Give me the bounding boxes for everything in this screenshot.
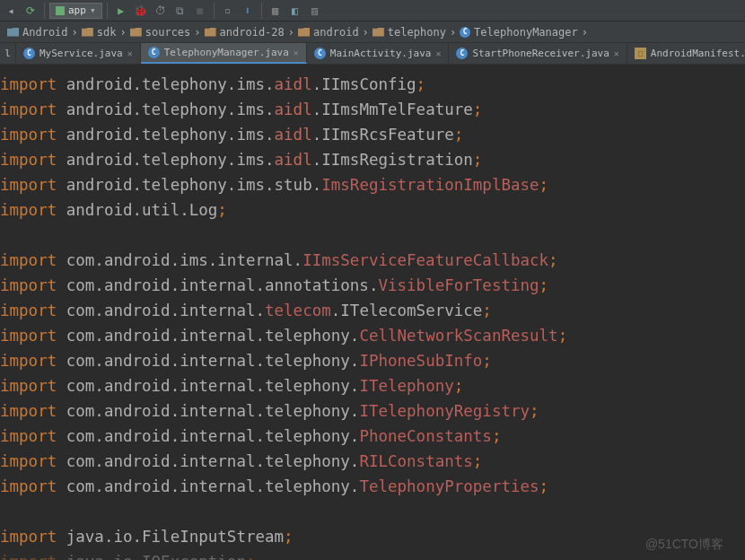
run-configuration-dropdown[interactable]: app ▾	[49, 3, 102, 19]
keyword: import	[0, 126, 57, 144]
tab-label: MyService.java	[39, 48, 123, 59]
code-line: import java.io.FileInputStream;	[0, 524, 745, 549]
code-editor[interactable]: import android.telephony.ims.aidl.IImsCo…	[0, 65, 745, 560]
breadcrumb-label: sources	[145, 26, 191, 39]
xml-icon: ⬚	[635, 48, 646, 59]
separator	[214, 3, 215, 19]
chevron-right-icon: ›	[450, 26, 456, 39]
tab-label: AndroidManifest.xml	[651, 48, 745, 59]
code-token: com.android.internal.telephony.	[57, 377, 359, 395]
toolbar-left-chevron[interactable]: ◂	[2, 2, 20, 20]
code-line: import com.android.ims.internal.IImsServ…	[0, 248, 745, 273]
editor-tab[interactable]: CTelephonyManager.java✕	[141, 43, 307, 64]
keyword: import	[0, 302, 57, 319]
chevron-right-icon: ›	[363, 26, 369, 39]
code-line: import android.telephony.ims.aidl.IImsCo…	[0, 72, 745, 97]
code-token: aidl	[275, 101, 312, 118]
folder-icon	[130, 28, 142, 37]
code-line: import android.telephony.ims.stub.ImsReg…	[0, 172, 745, 197]
keyword: import	[0, 377, 57, 395]
code-line	[0, 223, 745, 248]
code-line	[0, 499, 745, 524]
breadcrumb-item[interactable]: sources	[127, 26, 195, 39]
sync-icon[interactable]: ⟳	[22, 2, 39, 20]
code-token: telecom	[265, 302, 331, 319]
folder-icon	[298, 28, 310, 37]
class-icon: C	[460, 27, 470, 38]
run-button[interactable]: ▶	[112, 2, 130, 20]
semicolon: ;	[492, 427, 502, 445]
keyword: import	[0, 201, 57, 219]
code-token: aidl	[275, 75, 312, 93]
code-line: import com.android.internal.annotations.…	[0, 273, 745, 298]
tab-label: TelephonyManager.java	[164, 47, 289, 58]
code-token: .IImsMmTelFeature	[312, 101, 473, 118]
code-token: com.android.internal.telephony.	[57, 477, 359, 495]
semicolon: ;	[473, 101, 483, 118]
editor-tab[interactable]: CMainActivity.java✕	[307, 43, 450, 64]
semicolon: ;	[530, 402, 539, 420]
keyword: import	[0, 477, 57, 495]
code-line: import android.telephony.ims.aidl.IImsRe…	[0, 147, 745, 172]
profile-button[interactable]: ⏱	[152, 2, 170, 20]
code-line: import com.android.internal.telephony.IP…	[0, 348, 745, 373]
breadcrumb-label: telephony	[388, 26, 446, 39]
code-token: ImsRegistrationImplBase	[321, 176, 539, 194]
code-token: com.android.internal.	[57, 302, 265, 319]
semicolon: ;	[558, 327, 568, 345]
keyword: import	[0, 176, 57, 194]
debug-button[interactable]: 🐞	[132, 2, 150, 20]
code-token: .ITelecomService	[331, 302, 483, 319]
keyword: import	[0, 528, 57, 546]
code-token: .IImsRegistration	[312, 151, 473, 169]
project-structure-icon[interactable]: ▦	[267, 2, 285, 20]
code-token: com.android.internal.telephony.	[57, 352, 359, 370]
breadcrumb-item[interactable]: CTelephonyManager	[456, 26, 582, 39]
code-token: .IImsRcsFeature	[312, 126, 454, 144]
breadcrumb-label: TelephonyManager	[474, 26, 578, 39]
watermark: @51CTO博客	[645, 537, 723, 553]
keyword: import	[0, 553, 57, 560]
layout-inspector-icon[interactable]: ◧	[286, 2, 304, 20]
code-token: IImsServiceFeatureCallback	[302, 251, 548, 269]
code-token: com.android.internal.telephony.	[57, 402, 359, 420]
code-line: import android.telephony.ims.aidl.IImsRc…	[0, 122, 745, 147]
breadcrumb-item[interactable]: Android	[4, 26, 72, 39]
breadcrumb-item[interactable]: telephony	[369, 26, 450, 39]
code-line: import com.android.internal.telephony.Ph…	[0, 424, 745, 449]
chevron-right-icon: ›	[72, 26, 78, 39]
editor-tab[interactable]: CMyService.java✕	[16, 43, 141, 64]
editor-tab[interactable]: CStartPhoneReceiver.java✕	[449, 43, 627, 64]
semicolon: ;	[454, 126, 464, 144]
code-token: android.telephony.ims.	[57, 151, 274, 169]
avd-manager-icon[interactable]: ▫	[219, 2, 237, 20]
close-icon[interactable]: ✕	[294, 48, 299, 57]
code-token: IPhoneSubInfo	[359, 352, 482, 370]
close-icon[interactable]: ✕	[614, 48, 619, 58]
code-line: import com.android.internal.telephony.Te…	[0, 474, 745, 499]
close-icon[interactable]: ✕	[127, 48, 133, 58]
breadcrumb-item[interactable]: android	[294, 26, 363, 39]
keyword: import	[0, 151, 57, 169]
keyword: import	[0, 276, 57, 294]
breadcrumb-item[interactable]: sdk	[78, 26, 120, 39]
code-token: PhoneConstants	[359, 427, 492, 445]
stop-button[interactable]: ■	[191, 2, 209, 20]
semicolon: ;	[539, 477, 549, 495]
sdk-manager-icon[interactable]: ⬇	[239, 2, 257, 20]
code-token: .IImsConfig	[312, 75, 416, 93]
code-token: TelephonyProperties	[359, 477, 539, 495]
semicolon: ;	[482, 352, 492, 370]
attach-button[interactable]: ⧉	[171, 2, 189, 20]
editor-tab[interactable]: ⬚AndroidManifest.xml✕	[627, 43, 745, 64]
java-class-icon: C	[314, 48, 326, 59]
keyword: import	[0, 251, 57, 269]
close-icon[interactable]: ✕	[435, 48, 441, 58]
chevron-right-icon: ›	[288, 26, 294, 39]
breadcrumb-item[interactable]: android-28	[201, 26, 288, 39]
semicolon: ;	[454, 377, 464, 395]
code-token: aidl	[275, 126, 312, 144]
resource-manager-icon[interactable]: ▤	[306, 2, 324, 20]
tab-label: l	[4, 48, 11, 59]
editor-tab[interactable]: l	[0, 43, 16, 64]
